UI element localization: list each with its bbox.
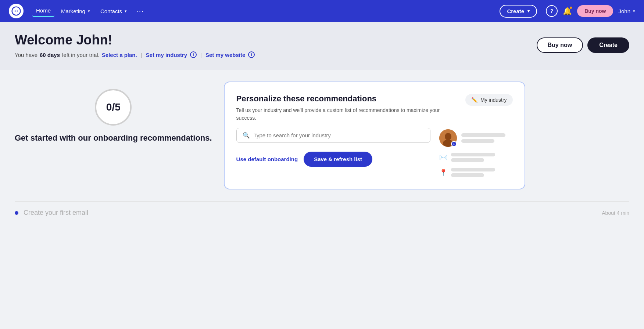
dot-icon <box>15 211 18 215</box>
avatar-plus-icon: + <box>451 141 457 147</box>
card-title: Personalize these recommendations <box>236 94 442 104</box>
recommendations-card: Personalize these recommendations Tell u… <box>224 82 525 189</box>
chevron-down-icon: ▾ <box>88 9 90 14</box>
preview-location-row: 📍 <box>439 168 495 177</box>
avatar-wrap: + <box>439 129 457 147</box>
nav-contacts[interactable]: Contacts ▾ <box>97 6 130 17</box>
industry-search-box[interactable]: 🔍 <box>236 128 430 143</box>
header-left: Welcome John! You have 60 days left in y… <box>15 32 255 58</box>
nav-right-actions: ? 🔔 Buy now John ▾ <box>546 5 635 17</box>
my-industry-badge[interactable]: ✏️ My industry <box>465 94 513 106</box>
nav-more[interactable]: ··· <box>133 5 147 17</box>
svg-point-1 <box>15 10 17 12</box>
skeleton-line <box>451 158 484 162</box>
header-right-actions: Buy now Create <box>537 37 629 53</box>
card-body: 🔍 Use default onboarding Save & refresh … <box>236 128 513 177</box>
chevron-down-icon: ▾ <box>125 9 127 14</box>
skeleton-line <box>451 173 484 177</box>
chevron-down-icon: ▾ <box>527 9 530 14</box>
nav-marketing[interactable]: Marketing ▾ <box>57 6 94 17</box>
select-plan-link[interactable]: Select a plan. <box>102 52 137 58</box>
search-icon: 🔍 <box>243 132 250 139</box>
pencil-icon: ✏️ <box>471 97 477 103</box>
preview-avatar-row: + <box>439 129 505 147</box>
preview-email-row: ✉️ <box>439 153 495 162</box>
card-actions: Use default onboarding Save & refresh li… <box>236 152 430 167</box>
email-icon: ✉️ <box>439 153 447 162</box>
industry-info-icon[interactable]: i <box>190 51 197 58</box>
set-website-link[interactable]: Set my website <box>205 52 245 58</box>
card-preview: + ✉️ 📍 <box>439 128 513 177</box>
set-industry-link[interactable]: Set my industry <box>146 52 187 58</box>
chevron-down-icon: ▾ <box>633 9 635 14</box>
app-logo[interactable] <box>9 4 24 18</box>
card-form: 🔍 Use default onboarding Save & refresh … <box>236 128 430 177</box>
progress-section: 0/5 Get started with our onboarding reco… <box>15 82 212 144</box>
nav-create-button[interactable]: Create ▾ <box>500 5 537 18</box>
nav-home[interactable]: Home <box>32 5 54 17</box>
progress-label: Get started with our onboarding recommen… <box>15 133 212 144</box>
nav-buy-now-button[interactable]: Buy now <box>577 5 613 17</box>
notifications-button[interactable]: 🔔 <box>563 7 572 15</box>
skeleton-email-lines <box>451 153 495 162</box>
page-title: Welcome John! <box>15 32 255 48</box>
header-section: Welcome John! You have 60 days left in y… <box>0 22 644 70</box>
skeleton-line <box>461 133 505 137</box>
svg-point-3 <box>445 133 451 140</box>
use-default-button[interactable]: Use default onboarding <box>236 156 298 162</box>
card-subtitle: Tell us your industry and we'll provide … <box>236 106 442 122</box>
navbar: Home Marketing ▾ Contacts ▾ ··· Create ▾… <box>0 0 644 22</box>
card-header: Personalize these recommendations Tell u… <box>236 94 442 122</box>
list-item-title: Create your first email <box>24 209 88 217</box>
skeleton-line <box>451 153 495 156</box>
skeleton-location-lines <box>451 168 495 177</box>
my-industry-label: My industry <box>480 97 507 103</box>
user-menu[interactable]: John ▾ <box>618 8 635 14</box>
industry-search-input[interactable] <box>254 132 424 138</box>
main-content: 0/5 Get started with our onboarding reco… <box>0 70 644 201</box>
location-icon: 📍 <box>439 169 447 177</box>
list-item-left: Create your first email <box>15 209 88 217</box>
header-buy-now-button[interactable]: Buy now <box>537 37 583 53</box>
header-create-button[interactable]: Create <box>587 37 629 53</box>
notification-dot <box>569 6 573 10</box>
skeleton-name-lines <box>461 133 505 143</box>
card-top: Personalize these recommendations Tell u… <box>236 94 513 122</box>
website-info-icon[interactable]: i <box>248 51 255 58</box>
skeleton-line <box>461 139 494 143</box>
trial-info: You have 60 days left in your trial. Sel… <box>15 51 255 58</box>
list-item-time: About 4 min <box>602 210 629 216</box>
trial-days: 60 days <box>40 52 60 58</box>
bottom-section: Create your first email About 4 min <box>0 201 644 224</box>
skeleton-line <box>451 168 495 171</box>
save-refresh-button[interactable]: Save & refresh list <box>304 152 372 167</box>
progress-circle: 0/5 <box>95 89 132 126</box>
list-item[interactable]: Create your first email About 4 min <box>15 201 629 224</box>
help-button[interactable]: ? <box>546 5 558 17</box>
